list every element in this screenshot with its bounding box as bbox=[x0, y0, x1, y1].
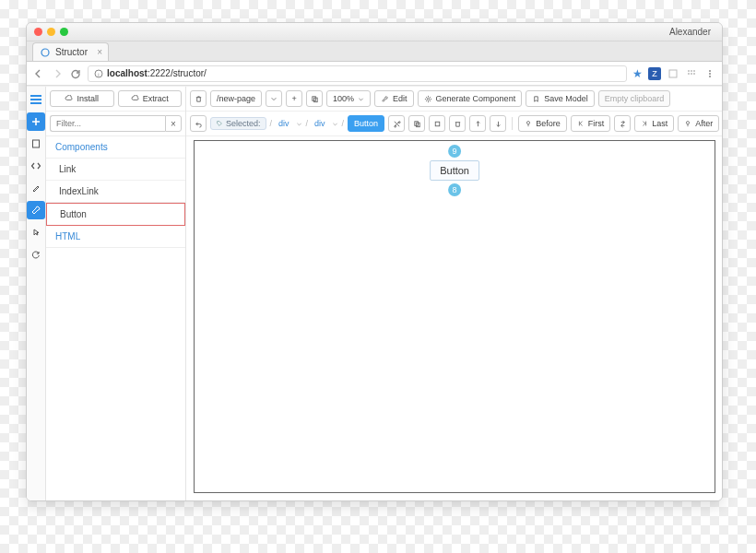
page-toolbar: /new-page + 100% Edit Generate Component… bbox=[186, 87, 723, 112]
breadcrumb-div-1[interactable]: div bbox=[276, 119, 292, 128]
wrench-icon bbox=[381, 95, 389, 103]
svg-point-0 bbox=[41, 49, 49, 56]
rail-menu-icon[interactable] bbox=[27, 90, 45, 109]
delete-page-icon[interactable] bbox=[190, 90, 207, 107]
reload-icon[interactable] bbox=[69, 67, 82, 80]
tree-group-html[interactable]: HTML bbox=[46, 226, 185, 248]
clear-filter-icon[interactable]: × bbox=[165, 115, 182, 132]
svg-point-11 bbox=[709, 73, 711, 75]
minimize-window-icon[interactable] bbox=[47, 28, 55, 36]
back-icon[interactable] bbox=[32, 67, 45, 80]
svg-point-5 bbox=[691, 70, 692, 72]
rail-brush-icon[interactable] bbox=[27, 179, 45, 197]
selection-toolbar: Selected: / div / div / Button Before Fi… bbox=[186, 112, 723, 136]
tree-item-button[interactable]: Button bbox=[46, 203, 185, 226]
tree-item-indexlink[interactable]: IndexLink bbox=[46, 181, 185, 203]
step-last-icon bbox=[641, 120, 648, 127]
undo-icon[interactable] bbox=[190, 115, 207, 132]
svg-rect-3 bbox=[669, 70, 677, 77]
extension-z-icon[interactable]: Z bbox=[648, 67, 661, 80]
insert-after-button[interactable]: After bbox=[678, 115, 719, 132]
rail-wrench-icon[interactable] bbox=[27, 201, 45, 219]
tab-title: Structor bbox=[55, 47, 88, 57]
cloud-download-icon bbox=[65, 95, 73, 103]
browser-tab[interactable]: Structor × bbox=[32, 42, 109, 61]
url-host: localhost bbox=[107, 68, 148, 78]
svg-point-6 bbox=[693, 70, 695, 72]
svg-point-16 bbox=[427, 98, 430, 100]
address-bar: i localhost:2222/structor/ ★ Z bbox=[27, 62, 722, 86]
chevron-down-icon[interactable] bbox=[332, 121, 338, 127]
info-icon: i bbox=[94, 69, 103, 78]
pin-icon bbox=[684, 120, 691, 127]
chevron-down-icon[interactable] bbox=[296, 121, 302, 127]
svg-point-7 bbox=[688, 73, 690, 75]
canvas-button-node[interactable]: Button bbox=[430, 160, 479, 181]
connection-top-icon[interactable]: 9 bbox=[448, 145, 461, 158]
rail-pointer-icon[interactable] bbox=[27, 223, 45, 241]
tree-item-link[interactable]: Link bbox=[46, 159, 185, 181]
rail-add-icon[interactable] bbox=[27, 112, 45, 131]
edit-button[interactable]: Edit bbox=[374, 90, 414, 107]
insert-first-button[interactable]: First bbox=[571, 115, 611, 132]
cut-icon[interactable] bbox=[388, 115, 405, 132]
svg-point-22 bbox=[527, 122, 530, 124]
url-path: /structor/ bbox=[171, 68, 207, 78]
svg-rect-21 bbox=[435, 122, 440, 126]
cloud-upload-icon bbox=[131, 95, 139, 103]
url-input[interactable]: i localhost:2222/structor/ bbox=[88, 65, 627, 82]
copy-page-icon[interactable] bbox=[306, 90, 323, 107]
profile-name: Alexander bbox=[669, 27, 715, 37]
copy-icon[interactable] bbox=[408, 115, 425, 132]
browser-window: Alexander Structor × i localhost:2222/st… bbox=[26, 22, 723, 501]
save-button[interactable]: Save Model bbox=[526, 90, 595, 107]
svg-point-17 bbox=[394, 125, 396, 127]
svg-point-12 bbox=[709, 76, 711, 77]
filter-input[interactable] bbox=[50, 115, 165, 132]
extract-button[interactable]: Extract bbox=[118, 90, 183, 107]
breadcrumb-button-chip[interactable]: Button bbox=[348, 115, 384, 132]
canvas[interactable]: 9 Button 8 bbox=[194, 140, 715, 493]
selected-chip: Selected: bbox=[210, 117, 266, 130]
swap-icon[interactable] bbox=[614, 115, 631, 132]
app-root: Install Extract × Components Link IndexL… bbox=[27, 86, 722, 500]
tree-group-components[interactable]: Components bbox=[46, 136, 185, 159]
rail-code-icon[interactable] bbox=[27, 157, 45, 175]
delete-icon[interactable] bbox=[449, 115, 466, 132]
svg-point-10 bbox=[709, 70, 711, 72]
move-up-icon[interactable] bbox=[469, 115, 486, 132]
extension-icon-2[interactable] bbox=[685, 67, 698, 80]
page-path-button[interactable]: /new-page bbox=[210, 90, 262, 107]
browser-menu-icon[interactable] bbox=[703, 67, 716, 80]
editor-main: /new-page + 100% Edit Generate Component… bbox=[186, 87, 723, 500]
connection-bottom-icon[interactable]: 8 bbox=[448, 183, 461, 196]
rail-book-icon[interactable] bbox=[27, 135, 45, 153]
mac-titlebar: Alexander bbox=[27, 23, 722, 41]
svg-point-9 bbox=[693, 73, 695, 75]
install-button[interactable]: Install bbox=[50, 90, 114, 107]
generate-button[interactable]: Generate Component bbox=[418, 90, 523, 107]
url-port: :2222 bbox=[148, 68, 171, 78]
sidebar: Install Extract × Components Link IndexL… bbox=[46, 87, 186, 500]
close-window-icon[interactable] bbox=[34, 28, 42, 36]
move-down-icon[interactable] bbox=[490, 115, 506, 132]
breadcrumb-div-2[interactable]: div bbox=[312, 119, 328, 128]
step-first-icon bbox=[577, 120, 585, 127]
svg-point-18 bbox=[398, 121, 400, 123]
browser-tabstrip: Structor × bbox=[27, 41, 722, 62]
rail-refresh-icon[interactable] bbox=[27, 245, 45, 264]
duplicate-icon[interactable] bbox=[429, 115, 445, 132]
add-page-icon[interactable]: + bbox=[286, 90, 302, 107]
left-rail bbox=[27, 87, 46, 500]
page-dropdown-icon[interactable] bbox=[266, 90, 282, 107]
bookmark-star-icon[interactable]: ★ bbox=[632, 67, 643, 80]
tab-favicon bbox=[41, 48, 50, 57]
insert-before-button[interactable]: Before bbox=[518, 115, 567, 132]
insert-last-button[interactable]: Last bbox=[634, 115, 674, 132]
zoom-button[interactable]: 100% bbox=[326, 90, 371, 107]
zoom-window-icon[interactable] bbox=[60, 28, 68, 36]
extension-icon[interactable] bbox=[667, 67, 679, 80]
close-tab-icon[interactable]: × bbox=[97, 47, 102, 57]
canvas-selection: 9 Button 8 bbox=[430, 145, 479, 196]
forward-icon bbox=[51, 67, 64, 80]
